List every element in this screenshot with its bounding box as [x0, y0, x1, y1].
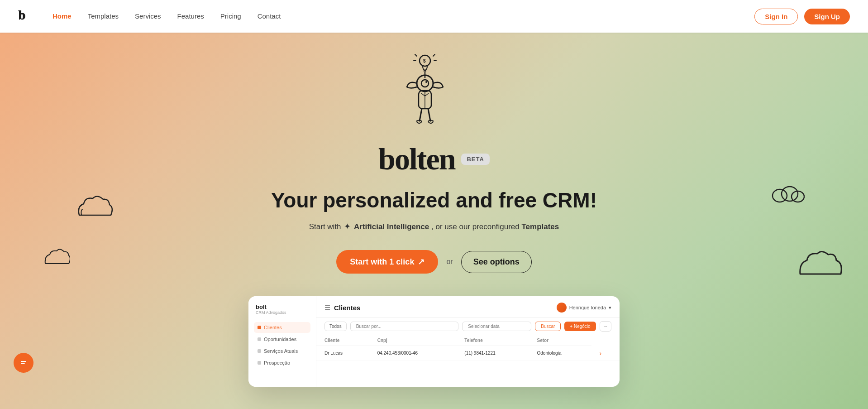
dashboard-preview: bolt CRM Advogados Clientes Oportunidade…	[248, 296, 620, 387]
col-telefone: Telefone	[456, 335, 529, 346]
cell-arrow: ›	[591, 346, 620, 361]
nav-contact[interactable]: Contact	[258, 12, 281, 20]
nav-links: Home Templates Services Features Pricing…	[52, 12, 754, 20]
dash-user-chevron: ▾	[609, 305, 611, 311]
table-row[interactable]: Dr Lucas 04.240.453/0001-46 (11) 9841-12…	[316, 346, 620, 361]
cloud-decoration-left-top	[72, 190, 113, 229]
svg-line-9	[433, 54, 435, 56]
dash-user: Henrique Ioneda ▾	[557, 303, 611, 313]
svg-point-0	[773, 189, 787, 202]
dash-nav-oportunidades[interactable]: Oportunidades	[254, 334, 310, 345]
templates-label: Templates	[521, 222, 559, 231]
svg-point-14	[421, 80, 429, 87]
dash-nav-prospeccao[interactable]: Prospecção	[254, 357, 310, 368]
dash-logo: bolt CRM Advogados	[254, 303, 310, 315]
dash-menu-icon: ☰	[324, 304, 330, 311]
dash-nav-clientes[interactable]: Clientes	[254, 322, 310, 333]
logo-icon: 𝐛	[18, 8, 34, 24]
start-button-label: Start with 1 click	[350, 257, 414, 267]
subtext-prefix: Start with	[309, 222, 341, 231]
cell-cnpj: 04.240.453/0001-46	[369, 346, 457, 361]
dash-sidebar: bolt CRM Advogados Clientes Oportunidade…	[248, 296, 316, 387]
navbar-actions: Sign In Sign Up	[754, 9, 850, 24]
dash-avatar	[557, 303, 567, 313]
ai-label: Artificial Intelligence	[354, 222, 429, 231]
svg-point-15	[425, 81, 427, 83]
dash-date-input[interactable]	[462, 322, 531, 331]
see-options-button[interactable]: See options	[461, 251, 532, 273]
signup-button[interactable]: Sign Up	[804, 9, 850, 24]
svg-point-1	[782, 187, 798, 201]
dash-filters: Todos Buscar + Negócio ···	[316, 318, 620, 335]
nav-services[interactable]: Services	[135, 12, 161, 20]
svg-line-17	[420, 109, 422, 121]
nav-templates[interactable]: Templates	[88, 12, 119, 20]
dash-more-btn[interactable]: ···	[600, 321, 611, 332]
cloud-decoration-right-top	[771, 181, 805, 215]
dash-title: ☰ Clientes	[324, 304, 360, 312]
dash-header: ☰ Clientes Henrique Ioneda ▾	[316, 296, 620, 318]
dash-username: Henrique Ioneda	[569, 305, 606, 310]
filter-all-btn[interactable]: Todos	[324, 322, 347, 331]
col-cliente: Cliente	[316, 335, 369, 346]
navbar: 𝐛 Home Templates Services Features Prici…	[0, 0, 868, 33]
dash-title-text: Clientes	[334, 304, 360, 312]
chat-bubble[interactable]	[14, 353, 33, 373]
start-button[interactable]: Start with 1 click ↗	[336, 250, 438, 274]
dash-search-input[interactable]	[350, 322, 459, 331]
dash-search-btn[interactable]: Buscar	[535, 322, 561, 331]
svg-line-8	[415, 54, 417, 56]
cell-setor: Odontologia	[529, 346, 591, 361]
dash-main: ☰ Clientes Henrique Ioneda ▾ Todos	[316, 296, 620, 387]
ai-icon: ✦	[344, 221, 351, 233]
svg-text:$: $	[423, 58, 426, 63]
dash-add-btn[interactable]: + Negócio	[564, 322, 596, 331]
svg-point-2	[792, 191, 804, 202]
svg-point-3	[19, 358, 28, 367]
hero-mascot: $	[384, 51, 484, 150]
col-cnpj: Cnpj	[369, 335, 457, 346]
hero-content: $	[248, 33, 620, 387]
nav-home[interactable]: Home	[52, 12, 72, 20]
nav-features[interactable]: Features	[177, 12, 204, 20]
dashboard-inner: bolt CRM Advogados Clientes Oportunidade…	[248, 296, 620, 387]
nav-pricing[interactable]: Pricing	[220, 12, 241, 20]
hero-headline: Your personalized and free CRM!	[271, 188, 597, 212]
cloud-decoration-left-bottom	[41, 245, 70, 275]
hero-section: $	[0, 0, 868, 409]
dash-table: Cliente Cnpj Telefone Setor Dr Lucas 04.…	[316, 335, 620, 361]
cell-cliente: Dr Lucas	[316, 346, 369, 361]
signin-button[interactable]: Sign In	[754, 9, 798, 24]
hero-cta: Start with 1 click ↗ or See options	[336, 250, 531, 274]
hero-subtext: Start with ✦ Artificial Intelligence , o…	[309, 221, 559, 233]
col-setor: Setor	[529, 335, 591, 346]
cloud-decoration-right-bottom	[796, 245, 845, 289]
cell-telefone: (11) 9841-1221	[456, 346, 529, 361]
beta-badge: BETA	[461, 154, 489, 165]
subtext-middle: , or use our preconfigured	[431, 222, 520, 231]
navbar-logo[interactable]: 𝐛	[18, 8, 34, 24]
cta-or-text: or	[446, 258, 453, 266]
dash-nav-servicos[interactable]: Serviços Atuais	[254, 346, 310, 356]
svg-line-18	[428, 109, 430, 121]
arrow-icon: ↗	[418, 257, 424, 267]
